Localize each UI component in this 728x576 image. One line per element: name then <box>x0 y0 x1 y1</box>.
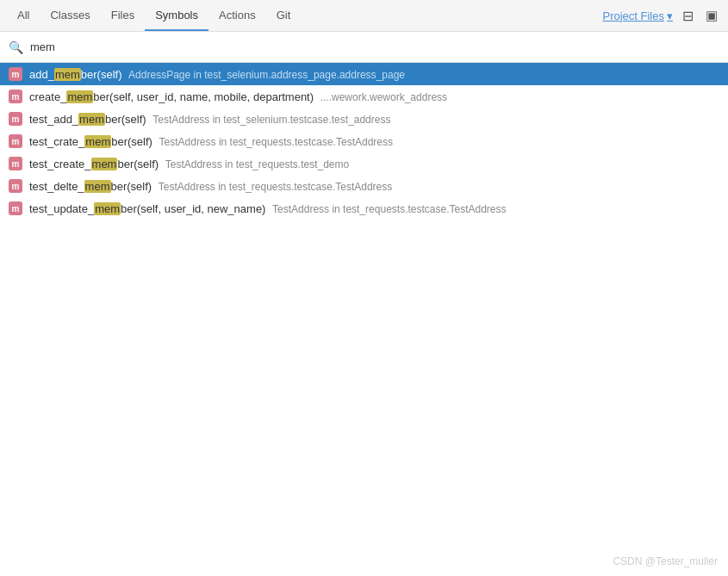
method-badge: m <box>9 90 22 103</box>
result-context: AddressPage in test_selenium.address_pag… <box>128 69 405 81</box>
highlight: mem <box>94 202 121 215</box>
highlight: mem <box>78 113 105 126</box>
tab-symbols[interactable]: Symbols <box>145 0 208 31</box>
tab-actions[interactable]: Actions <box>208 0 266 31</box>
project-files-button[interactable]: Project Files ▾ <box>602 9 673 22</box>
list-item[interactable]: m test_create_member(self) TestAddress i… <box>0 152 728 175</box>
tab-classes[interactable]: Classes <box>40 0 100 31</box>
highlight: mem <box>91 158 118 170</box>
tab-all[interactable]: All <box>7 0 40 31</box>
result-name: add_member(self) AddressPage in test_sel… <box>29 68 405 81</box>
filter-icon[interactable]: ⊟ <box>678 6 697 25</box>
result-name: test_update_member(self, user_id, new_na… <box>29 202 507 215</box>
list-item[interactable]: m test_update_member(self, user_id, new_… <box>0 197 728 220</box>
result-name: test_add_member(self) TestAddress in tes… <box>29 113 390 126</box>
method-badge: m <box>9 157 22 170</box>
watermark: CSDN @Tester_muller <box>613 555 718 567</box>
search-bar: 🔍 <box>0 32 728 63</box>
results-list: m add_member(self) AddressPage in test_s… <box>0 63 728 220</box>
list-item[interactable]: m create_member(self, user_id, name, mob… <box>0 85 728 108</box>
method-badge: m <box>9 201 22 215</box>
result-context: TestAddress in test_requests.testcase.Te… <box>159 136 393 148</box>
method-badge: m <box>9 134 22 148</box>
highlight: mem <box>54 68 81 81</box>
highlight: mem <box>84 135 111 148</box>
result-name: create_member(self, user_id, name, mobil… <box>29 90 447 103</box>
method-badge: m <box>9 179 22 193</box>
result-context: TestAddress in test_requests.testcase.Te… <box>272 203 506 215</box>
result-name: test_crate_member(self) TestAddress in t… <box>29 135 393 148</box>
tab-files[interactable]: Files <box>101 0 145 31</box>
highlight: mem <box>84 180 111 193</box>
method-badge: m <box>9 112 22 126</box>
tab-bar: All Classes Files Symbols Actions Git Pr… <box>0 0 728 32</box>
chevron-down-icon: ▾ <box>667 9 673 22</box>
search-icon: 🔍 <box>9 40 23 54</box>
tab-git[interactable]: Git <box>266 0 302 31</box>
result-context: TestAddress in test_requests.testcase.Te… <box>159 181 392 193</box>
result-context: TestAddress in test_requests.test_demo <box>165 158 349 170</box>
tab-bar-right: Project Files ▾ ⊟ ▣ <box>602 6 721 25</box>
list-item[interactable]: m test_delte_member(self) TestAddress in… <box>0 175 728 197</box>
result-context: ....wework.wework_address <box>320 91 447 103</box>
method-badge: m <box>9 67 22 81</box>
result-context: TestAddress in test_selenium.testcase.te… <box>152 114 390 126</box>
list-item[interactable]: m test_add_member(self) TestAddress in t… <box>0 108 728 130</box>
list-item[interactable]: m test_crate_member(self) TestAddress in… <box>0 130 728 152</box>
search-input[interactable] <box>30 40 719 53</box>
list-item[interactable]: m add_member(self) AddressPage in test_s… <box>0 63 728 85</box>
result-name: test_delte_member(self) TestAddress in t… <box>29 180 392 193</box>
highlight: mem <box>66 90 93 103</box>
layout-icon[interactable]: ▣ <box>702 6 721 25</box>
result-name: test_create_member(self) TestAddress in … <box>29 158 349 170</box>
